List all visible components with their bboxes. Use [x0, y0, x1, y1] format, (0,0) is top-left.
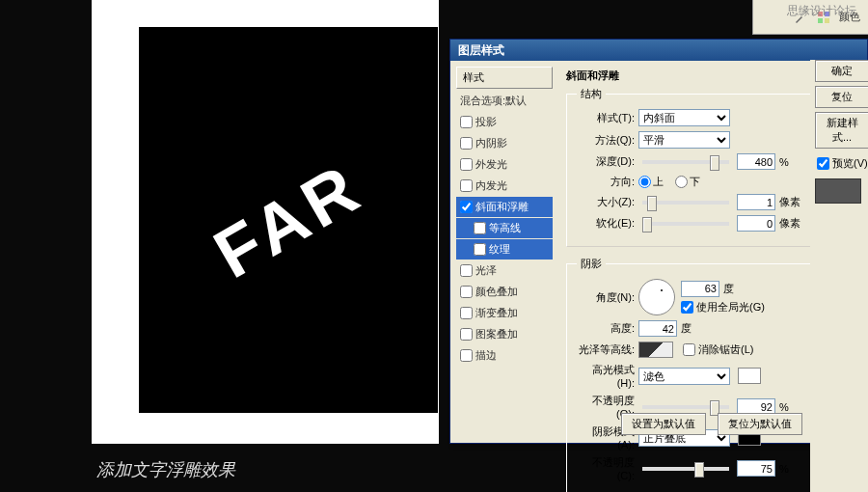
- highlight-color[interactable]: [738, 368, 761, 384]
- shop-unit: %: [779, 463, 789, 475]
- preview-swatch: [815, 178, 861, 204]
- new-style-button[interactable]: 新建样式...: [815, 112, 868, 149]
- styles-list: 样式 混合选项:默认 投影内阴影外发光内发光斜面和浮雕等高线纹理光泽颜色叠加渐变…: [450, 61, 556, 443]
- gloss-contour[interactable]: [638, 342, 673, 358]
- size-unit: 像素: [779, 195, 800, 209]
- hiop-slider[interactable]: [642, 405, 729, 409]
- global-light-checkbox[interactable]: 使用全局光(G): [681, 300, 765, 314]
- preview-checkbox[interactable]: 预览(V): [815, 156, 868, 171]
- make-default-button[interactable]: 设置为默认值: [621, 413, 706, 435]
- style-patoverlay[interactable]: 图案叠加: [456, 324, 553, 344]
- tech-select[interactable]: 平滑: [638, 131, 730, 149]
- size-label: 大小(Z):: [577, 195, 635, 209]
- layer-style-dialog: 图层样式 样式 混合选项:默认 投影内阴影外发光内发光斜面和浮雕等高线纹理光泽颜…: [449, 39, 868, 444]
- altitude-unit: 度: [681, 321, 692, 336]
- gloss-label: 光泽等高线:: [577, 342, 635, 357]
- altitude-label: 高度:: [577, 321, 635, 336]
- style-contour[interactable]: 等高线: [456, 218, 553, 238]
- size-input[interactable]: [737, 194, 775, 210]
- style-outerglow[interactable]: 外发光: [456, 154, 553, 175]
- style-innerglow[interactable]: 内发光: [456, 176, 553, 196]
- style-satin[interactable]: 光泽: [456, 260, 553, 281]
- style-coloroverlay[interactable]: 颜色叠加: [456, 282, 553, 302]
- canvas-text: FAR: [201, 147, 375, 293]
- style-select[interactable]: 内斜面: [638, 109, 730, 126]
- style-dropshadow[interactable]: 投影: [456, 112, 553, 132]
- soften-label: 软化(E):: [577, 216, 635, 231]
- highlight-select[interactable]: 滤色: [638, 368, 730, 385]
- depth-slider[interactable]: [642, 160, 729, 164]
- style-bevel[interactable]: 斜面和浮雕: [456, 197, 553, 217]
- altitude-input[interactable]: [638, 320, 677, 337]
- dir-down[interactable]: 下: [675, 175, 700, 189]
- blend-options[interactable]: 混合选项:默认: [456, 91, 553, 111]
- canvas: FAR: [139, 27, 438, 413]
- soften-input[interactable]: [737, 215, 775, 232]
- style-texture[interactable]: 纹理: [456, 239, 553, 260]
- shading-legend: 阴影: [577, 257, 606, 271]
- ok-button[interactable]: 确定: [815, 60, 868, 82]
- angle-unit: 度: [723, 282, 734, 296]
- styles-header: 样式: [456, 67, 553, 89]
- depth-input[interactable]: [737, 153, 775, 170]
- style-stroke[interactable]: 描边: [456, 345, 553, 366]
- reset-default-button[interactable]: 复位为默认值: [718, 413, 802, 435]
- structure-legend: 结构: [577, 87, 606, 101]
- soften-unit: 像素: [779, 216, 800, 231]
- angle-input[interactable]: [681, 281, 719, 297]
- dir-up[interactable]: 上: [638, 175, 664, 189]
- tech-label: 方法(Q):: [577, 133, 635, 148]
- caption: 添加文字浮雕效果: [96, 458, 235, 481]
- dialog-right-buttons: 确定 复位 新建样式... 预览(V): [815, 60, 868, 204]
- dialog-title: 图层样式: [450, 40, 867, 61]
- depth-label: 深度(D):: [577, 154, 635, 169]
- shop-label: 不透明度(C):: [577, 455, 635, 481]
- size-slider[interactable]: [642, 201, 729, 205]
- watermark-text: 思缘设计论坛: [787, 3, 856, 19]
- antialias-checkbox[interactable]: 消除锯齿(L): [683, 342, 753, 357]
- shop-slider[interactable]: [642, 467, 729, 471]
- depth-unit: %: [779, 156, 789, 168]
- style-label: 样式(T):: [577, 111, 635, 125]
- dir-label: 方向:: [577, 175, 635, 189]
- shop-input[interactable]: [737, 460, 775, 477]
- angle-label: 角度(N):: [577, 290, 635, 305]
- hiop-unit: %: [779, 401, 789, 413]
- soften-slider[interactable]: [642, 222, 729, 226]
- angle-dial[interactable]: [638, 279, 675, 315]
- cancel-button[interactable]: 复位: [815, 86, 868, 108]
- style-innershadow[interactable]: 内阴影: [456, 133, 553, 153]
- style-gradoverlay[interactable]: 渐变叠加: [456, 303, 553, 323]
- highlight-label: 高光模式(H):: [577, 363, 635, 389]
